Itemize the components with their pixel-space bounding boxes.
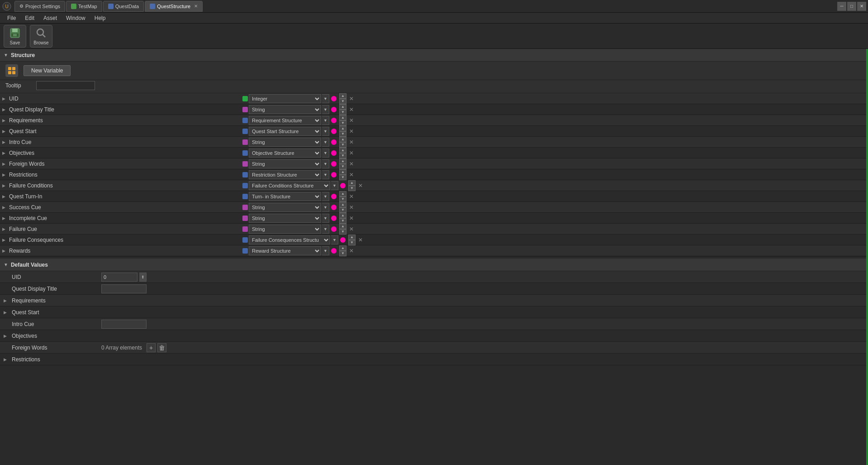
dv-intro-cue-input[interactable] <box>101 320 147 329</box>
quest-display-title-down-button[interactable]: ▼ <box>339 110 346 115</box>
foreign-words-dropdown-arrow[interactable]: ▼ <box>322 159 329 168</box>
menu-help[interactable]: Help <box>90 14 110 22</box>
foreign-words-down-button[interactable]: ▼ <box>339 164 346 169</box>
quest-start-type-select[interactable]: Quest Start Structure <box>249 127 321 136</box>
rewards-delete-button[interactable]: ✕ <box>348 247 355 254</box>
objectives-down-button[interactable]: ▼ <box>339 153 346 158</box>
uid-up-button[interactable]: ▲ <box>339 93 346 99</box>
failure-cue-pin[interactable] <box>331 226 337 232</box>
tab-project-settings[interactable]: ⚙ Project Settings <box>14 1 65 12</box>
browse-button[interactable]: Browse <box>30 25 52 48</box>
quest-display-title-delete-button[interactable]: ✕ <box>348 106 355 113</box>
rewards-pin[interactable] <box>331 248 337 254</box>
incomplete-cue-expander[interactable]: ▶ <box>0 213 7 224</box>
failure-conditions-up-button[interactable]: ▲ <box>348 180 356 186</box>
incomplete-cue-type-select[interactable]: String <box>249 214 321 223</box>
uid-pin[interactable] <box>331 96 337 101</box>
failure-consequences-down-button[interactable]: ▼ <box>348 240 356 245</box>
restrictions-dropdown-arrow[interactable]: ▼ <box>322 170 329 179</box>
failure-conditions-dropdown-arrow[interactable]: ▼ <box>331 181 338 190</box>
objectives-pin[interactable] <box>331 150 337 156</box>
foreign-words-expander[interactable]: ▶ <box>0 158 7 169</box>
failure-consequences-expander[interactable]: ▶ <box>0 235 7 245</box>
restrictions-down-button[interactable]: ▼ <box>339 175 346 180</box>
incomplete-cue-delete-button[interactable]: ✕ <box>348 215 355 222</box>
restrictions-up-button[interactable]: ▲ <box>339 169 346 175</box>
quest-start-pin[interactable] <box>331 129 337 134</box>
uid-expander[interactable]: ▶ <box>0 93 7 104</box>
failure-cue-up-button[interactable]: ▲ <box>339 224 346 229</box>
requirements-type-select[interactable]: Requirement Structure <box>249 116 321 125</box>
failure-conditions-delete-button[interactable]: ✕ <box>357 182 364 189</box>
foreign-words-up-button[interactable]: ▲ <box>339 158 346 164</box>
incomplete-cue-pin[interactable] <box>331 216 337 221</box>
quest-turn-in-type-select[interactable]: Turn- in Structure <box>249 192 321 201</box>
tab-queststructure[interactable]: QuestStructure ✕ <box>145 1 203 12</box>
foreign-words-add-button[interactable]: + <box>147 343 156 352</box>
quest-display-title-dropdown-arrow[interactable]: ▼ <box>322 105 329 114</box>
success-cue-expander[interactable]: ▶ <box>0 202 7 213</box>
maximize-button[interactable]: □ <box>847 2 856 11</box>
dv-quest-start-expander[interactable]: ▶ <box>4 310 11 315</box>
failure-cue-dropdown-arrow[interactable]: ▼ <box>322 225 329 234</box>
failure-conditions-expander[interactable]: ▶ <box>0 180 7 191</box>
menu-file[interactable]: File <box>3 14 20 22</box>
failure-cue-type-select[interactable]: String <box>249 225 321 234</box>
failure-conditions-down-button[interactable]: ▼ <box>348 186 356 191</box>
success-cue-delete-button[interactable]: ✕ <box>348 204 355 211</box>
uid-down-button[interactable]: ▼ <box>339 99 346 104</box>
tab-close-queststructure[interactable]: ✕ <box>194 4 198 9</box>
restrictions-pin[interactable] <box>331 172 337 177</box>
menu-asset[interactable]: Asset <box>39 14 62 22</box>
dv-restrictions-expander[interactable]: ▶ <box>4 357 11 362</box>
objectives-delete-button[interactable]: ✕ <box>348 149 355 157</box>
new-variable-button[interactable]: New Variable <box>24 65 71 76</box>
incomplete-cue-down-button[interactable]: ▼ <box>339 218 346 224</box>
uid-delete-button[interactable]: ✕ <box>348 95 355 102</box>
incomplete-cue-up-button[interactable]: ▲ <box>339 213 346 218</box>
intro-cue-up-button[interactable]: ▲ <box>339 137 346 142</box>
foreign-words-type-select[interactable]: String <box>249 159 321 168</box>
failure-cue-down-button[interactable]: ▼ <box>339 229 346 235</box>
success-cue-dropdown-arrow[interactable]: ▼ <box>322 203 329 212</box>
quest-display-title-pin[interactable] <box>331 107 337 112</box>
failure-consequences-up-button[interactable]: ▲ <box>348 235 356 240</box>
failure-cue-delete-button[interactable]: ✕ <box>348 225 355 233</box>
success-cue-pin[interactable] <box>331 205 337 210</box>
quest-start-delete-button[interactable]: ✕ <box>348 128 355 135</box>
restrictions-type-select[interactable]: Restriction Structure <box>249 170 321 179</box>
rewards-type-select[interactable]: Reward Structure <box>249 246 321 255</box>
incomplete-cue-dropdown-arrow[interactable]: ▼ <box>322 214 329 223</box>
success-cue-up-button[interactable]: ▲ <box>339 202 346 207</box>
quest-turn-in-down-button[interactable]: ▼ <box>339 197 346 202</box>
objectives-dropdown-arrow[interactable]: ▼ <box>322 149 329 158</box>
quest-start-up-button[interactable]: ▲ <box>339 126 346 131</box>
quest-turn-in-delete-button[interactable]: ✕ <box>348 193 355 200</box>
quest-turn-in-pin[interactable] <box>331 194 337 199</box>
restrictions-expander[interactable]: ▶ <box>0 169 7 180</box>
quest-display-title-expander[interactable]: ▶ <box>0 104 7 115</box>
dv-uid-input[interactable] <box>101 273 138 282</box>
success-cue-type-select[interactable]: String <box>249 203 321 212</box>
quest-start-down-button[interactable]: ▼ <box>339 131 346 137</box>
failure-consequences-dropdown-arrow[interactable]: ▼ <box>331 235 338 244</box>
quest-start-dropdown-arrow[interactable]: ▼ <box>322 127 329 136</box>
tab-testmap[interactable]: TestMap <box>66 1 102 12</box>
minimize-button[interactable]: ─ <box>837 2 846 11</box>
dv-requirements-expander[interactable]: ▶ <box>4 298 11 303</box>
foreign-words-delete-button[interactable]: 🗑 <box>157 343 166 352</box>
save-button[interactable]: Save <box>4 25 26 48</box>
quest-turn-in-up-button[interactable]: ▲ <box>339 191 346 197</box>
failure-consequences-type-select[interactable]: Failure Consequences Structu <box>249 235 330 244</box>
dv-quest-display-title-input[interactable] <box>101 284 147 293</box>
objectives-expander[interactable]: ▶ <box>0 148 7 158</box>
close-button[interactable]: ✕ <box>857 2 866 11</box>
failure-conditions-type-select[interactable]: Failure Conditions Structure <box>249 181 330 190</box>
requirements-down-button[interactable]: ▼ <box>339 120 346 126</box>
tab-questdata[interactable]: QuestData <box>103 1 144 12</box>
failure-consequences-pin[interactable] <box>340 237 346 243</box>
requirements-delete-button[interactable]: ✕ <box>348 117 355 124</box>
foreign-words-pin[interactable] <box>331 161 337 167</box>
intro-cue-dropdown-arrow[interactable]: ▼ <box>322 138 329 147</box>
failure-conditions-pin[interactable] <box>340 183 346 188</box>
